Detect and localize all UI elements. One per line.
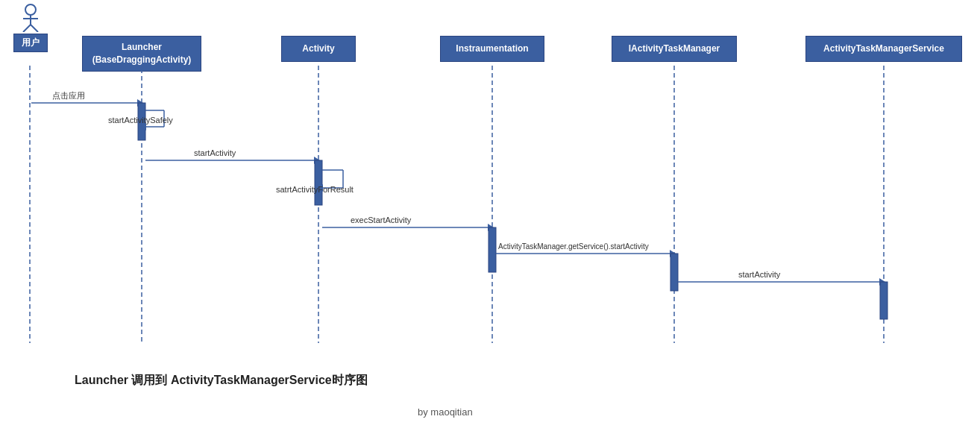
svg-text:点击应用: 点击应用 bbox=[52, 91, 85, 100]
sequence-diagram: 用户 Launcher(BaseDraggingActivity) Activi… bbox=[0, 0, 980, 437]
svg-text:ActivityTaskManager.getService: ActivityTaskManager.getService().startAc… bbox=[498, 242, 649, 251]
caption-text: Launcher 调用到 ActivityTaskManagerService时… bbox=[75, 374, 368, 386]
svg-rect-36 bbox=[670, 254, 678, 291]
diagram-svg: 点击应用 startActivitySafely startActivity s… bbox=[0, 0, 980, 437]
diagram-caption: Launcher 调用到 ActivityTaskManagerService时… bbox=[75, 373, 368, 389]
svg-text:satrtActivityForResult: satrtActivityForResult bbox=[276, 185, 354, 194]
diagram-byline: by maoqitian bbox=[418, 406, 473, 418]
svg-rect-40 bbox=[880, 282, 888, 319]
svg-text:startActivity: startActivity bbox=[194, 148, 236, 157]
svg-text:startActivity: startActivity bbox=[738, 270, 781, 279]
svg-rect-32 bbox=[489, 227, 496, 272]
svg-text:execStartActivity: execStartActivity bbox=[351, 216, 412, 224]
svg-text:startActivitySafely: startActivitySafely bbox=[108, 116, 173, 125]
svg-rect-23 bbox=[315, 160, 322, 205]
